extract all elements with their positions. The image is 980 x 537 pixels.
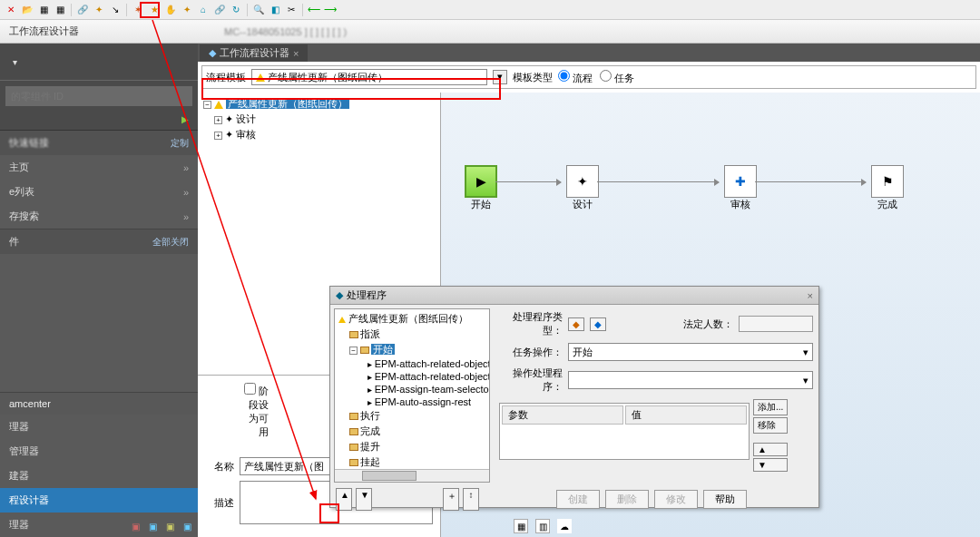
modify-button[interactable]: 修改 [654, 490, 698, 509]
create-button[interactable]: 创建 [556, 490, 600, 509]
tb-run-icon[interactable]: ✶ [131, 3, 145, 17]
htree-h0[interactable]: ▸ EPM-attach-related-object [337, 357, 487, 370]
tb-gear-icon[interactable]: ✦ [92, 3, 106, 17]
tab-close-icon[interactable]: × [293, 48, 299, 59]
ql-saved[interactable]: 存搜索» [0, 204, 198, 229]
expander-icon[interactable]: + [214, 132, 222, 140]
node-end[interactable]: ⚑完成 [866, 165, 909, 211]
tree-collapse-button[interactable]: ↕ [463, 488, 479, 511]
ql-home[interactable]: 主页» [0, 155, 198, 180]
htree-start[interactable]: −开始 [337, 342, 487, 357]
sidebar-menu-icon[interactable]: ▾ [7, 54, 22, 69]
sb-ico-3[interactable]: ▣ [162, 519, 177, 533]
nav-item-1[interactable]: 管理器 [0, 439, 198, 464]
htree-root[interactable]: 产线属性更新（图纸回传） [337, 311, 487, 327]
handlers-tree[interactable]: 产线属性更新（图纸回传） 指派 −开始 ▸ EPM-attach-related… [334, 308, 490, 483]
tb-hand-icon[interactable]: ✋ [163, 3, 178, 17]
htree-exec[interactable]: 执行 [337, 408, 487, 424]
quicklinks-header[interactable]: 快速链接 定制 [0, 131, 198, 155]
template-dropdown-button[interactable]: ▾ [493, 70, 507, 84]
teamcenter-header: amcenter [0, 393, 198, 415]
node-start[interactable]: ▶开始 [459, 165, 503, 211]
tree-expand-button[interactable]: ＋ [443, 488, 459, 511]
htree-done[interactable]: 完成 [337, 424, 487, 439]
params-table[interactable]: 参数值 [499, 403, 750, 460]
tb-cube-icon[interactable]: ◧ [268, 3, 282, 17]
ql-list[interactable]: e列表» [0, 180, 198, 204]
type-btn-1[interactable]: ◆ [568, 317, 584, 331]
handlers-dialog: ◆ 处理程序 × 产线属性更新（图纸回传） 指派 −开始 ▸ EPM-attac… [329, 286, 819, 508]
tree-down-button[interactable]: ▼ [356, 488, 372, 511]
htree-h2[interactable]: ▸ EPM-assign-team-selector [337, 383, 487, 395]
node-review[interactable]: ✚审核 [719, 165, 762, 211]
tb-star2-icon[interactable]: ★ [147, 3, 162, 17]
handler-type-label: 处理程序类型： [499, 310, 563, 337]
sb-ico-2[interactable]: ▣ [145, 519, 160, 533]
close-all-link[interactable]: 全部关闭 [152, 236, 189, 249]
htree-h3[interactable]: ▸ EPM-auto-assign-rest [337, 395, 487, 408]
tb-arrow-icon[interactable]: ↘ [108, 3, 122, 17]
task-op-select[interactable]: 开始▾ [568, 343, 813, 361]
search-input[interactable] [5, 86, 192, 106]
op-handler-select[interactable]: ▾ [568, 371, 813, 389]
radio-task[interactable]: 任务 [600, 70, 634, 85]
type-btn-2[interactable]: ◆ [590, 317, 606, 331]
mini-layout-icon[interactable]: ▦ [514, 519, 528, 533]
folder-icon [349, 444, 358, 451]
phase-checkbox[interactable]: 阶段设为可用 [240, 383, 269, 439]
tb-link2-icon[interactable]: 🔗 [212, 3, 227, 17]
htree-suspend[interactable]: 挂起 [337, 454, 487, 470]
customize-link[interactable]: 定制 [171, 137, 189, 150]
expander-icon[interactable]: − [203, 101, 211, 109]
tb-close-icon[interactable]: ✕ [4, 3, 18, 17]
quorum-field[interactable] [739, 316, 814, 332]
tb-link-icon[interactable]: 🔗 [75, 3, 90, 17]
col-param: 参数 [502, 405, 623, 425]
tb-doc2-icon[interactable]: ▦ [53, 3, 67, 17]
mini-handlers-icon[interactable]: ▥ [535, 519, 550, 533]
tb-search-icon[interactable]: 🔍 [251, 3, 266, 17]
nav-item-workflow-designer[interactable]: 程设计器 [0, 488, 198, 513]
tb-doc1-icon[interactable]: ▦ [36, 3, 51, 17]
tree-root[interactable]: − 产线属性更新（图纸回传） [201, 96, 436, 112]
move-down-button[interactable]: ▼ [753, 458, 788, 472]
add-button[interactable]: 添加... [753, 399, 788, 415]
help-button[interactable]: 帮助 [703, 490, 747, 509]
tb-star3-icon[interactable]: ✦ [180, 3, 194, 17]
tb-refresh-icon[interactable]: ↻ [229, 3, 243, 17]
sb-ico-1[interactable]: ▣ [128, 519, 142, 533]
expander-icon[interactable]: + [214, 116, 222, 124]
node-design[interactable]: ✦设计 [561, 165, 604, 211]
tab-workflow-designer[interactable]: ◆ 工作流程设计器 × [200, 44, 308, 62]
move-up-button[interactable]: ▲ [753, 443, 788, 456]
radio-process[interactable]: 流程 [558, 70, 593, 85]
remove-button[interactable]: 移除 [753, 417, 788, 434]
tree-review[interactable]: +✦ 审核 [201, 127, 436, 142]
htree-promote[interactable]: 提升 [337, 439, 487, 454]
dialog-titlebar[interactable]: ◆ 处理程序 × [330, 287, 818, 305]
expander-icon[interactable]: − [349, 347, 358, 355]
tb-open-icon[interactable]: 📂 [20, 3, 34, 17]
nav-item-2[interactable]: 建器 [0, 464, 198, 488]
folder-icon [349, 428, 358, 435]
delete-button[interactable]: 删除 [605, 490, 649, 509]
open-items-header[interactable]: 件 全部关闭 [0, 229, 198, 254]
tb-fwd-icon[interactable]: ⟶ [323, 3, 338, 17]
tb-cut-icon[interactable]: ✂ [284, 3, 299, 17]
folder-icon [360, 347, 369, 354]
htree-h1[interactable]: ▸ EPM-attach-related-object [337, 370, 487, 383]
template-input[interactable]: 产线属性更新（图纸回传） [251, 69, 487, 85]
mini-cloud-icon[interactable]: ☁ [557, 519, 572, 533]
search-go-icon[interactable]: ▶ [178, 112, 192, 126]
tb-home-icon[interactable]: ⌂ [196, 3, 211, 17]
htree-assign[interactable]: 指派 [337, 327, 487, 342]
tree-design[interactable]: +✦ 设计 [201, 112, 436, 127]
tree-up-button[interactable]: ▲ [336, 488, 352, 511]
h-scrollbar[interactable] [335, 469, 489, 482]
template-value: 产线属性更新（图纸回传） [268, 71, 387, 84]
dialog-close-icon[interactable]: × [808, 290, 813, 301]
sb-ico-4[interactable]: ▣ [180, 519, 194, 533]
warning-icon [256, 73, 265, 82]
nav-item-0[interactable]: 理器 [0, 415, 198, 439]
tb-back-icon[interactable]: ⟵ [307, 3, 321, 17]
